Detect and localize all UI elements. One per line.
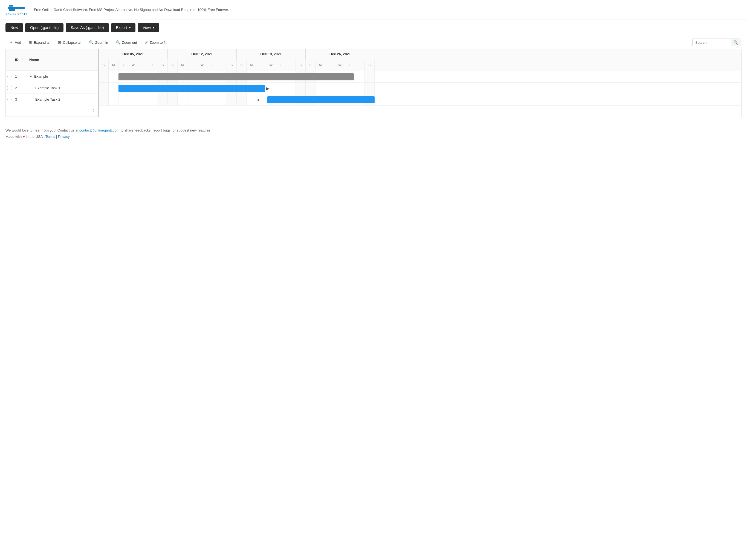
day-slot bbox=[365, 71, 375, 82]
view-button[interactable]: View ▾ bbox=[138, 23, 159, 32]
gantt-bar-task2[interactable] bbox=[267, 96, 375, 103]
row-id: 1 bbox=[14, 74, 27, 78]
week-cell: Dec 19, 2021 bbox=[237, 49, 306, 59]
dependency-connector-icon: ► bbox=[257, 96, 262, 103]
zoom-out-icon: 🔍 bbox=[116, 40, 121, 45]
gantt-header: Dec 05, 2021 Dec 12, 2021 Dec 19, 2021 D… bbox=[99, 49, 741, 71]
day-header-cell: M bbox=[315, 59, 325, 71]
row-id: 2 bbox=[14, 86, 27, 90]
day-slot bbox=[315, 83, 325, 94]
add-row-dots-icon[interactable]: ⋮ bbox=[91, 108, 96, 114]
day-slot bbox=[217, 94, 227, 105]
gantt-bar-task1[interactable] bbox=[119, 85, 265, 92]
top-header: ONLINE GANTT Free Online Gantt Chart Sof… bbox=[0, 0, 747, 20]
export-caret-icon: ▾ bbox=[129, 26, 130, 29]
search-box: 🔍 bbox=[692, 38, 741, 46]
day-slot bbox=[365, 83, 375, 94]
week-cell: Dec 26, 2021 bbox=[306, 49, 375, 59]
day-header-cell: T bbox=[187, 59, 197, 71]
week-headers: Dec 05, 2021 Dec 12, 2021 Dec 19, 2021 D… bbox=[99, 49, 741, 59]
gantt-empty-row bbox=[99, 106, 741, 117]
search-button[interactable]: 🔍 bbox=[731, 39, 740, 46]
terms-link[interactable]: Terms bbox=[46, 135, 55, 139]
zoom-in-icon: 🔍 bbox=[89, 40, 94, 45]
row-name: Example Task 1 bbox=[27, 86, 98, 90]
expand-all-button[interactable]: ⊞ Expand all bbox=[25, 38, 54, 46]
day-slot bbox=[168, 94, 178, 105]
day-header-cell: F bbox=[148, 59, 158, 71]
add-button[interactable]: ＋ Add bbox=[5, 38, 25, 47]
table-row: ⋮⋮ 3 Example Task 2 bbox=[6, 94, 98, 105]
zoom-fit-icon: ⤢ bbox=[145, 40, 148, 45]
tagline: Free Online Gantt Chart Software. Free M… bbox=[34, 8, 229, 12]
week-cell: Dec 05, 2021 bbox=[99, 49, 168, 59]
day-slot bbox=[306, 83, 315, 94]
collapse-icon: ⊟ bbox=[58, 40, 61, 45]
gantt-chart-row bbox=[99, 71, 741, 83]
main-toolbar: New Open (.gantt file) Save As (.gantt f… bbox=[0, 20, 747, 36]
day-header-cell: S bbox=[168, 59, 178, 71]
day-slot bbox=[237, 94, 247, 105]
zoom-fit-button[interactable]: ⤢ Zoom to fit bbox=[141, 38, 170, 46]
day-slot bbox=[109, 94, 119, 105]
day-slot bbox=[178, 94, 187, 105]
main-container: ＋ Add ⊞ Expand all ⊟ Collapse all 🔍 Zoom… bbox=[0, 36, 747, 117]
row-drag-handle[interactable]: ⋮⋮ bbox=[6, 85, 14, 90]
day-slot bbox=[187, 94, 197, 105]
dependency-arrow-icon: ▶ bbox=[265, 85, 270, 92]
day-header-cell: M bbox=[178, 59, 187, 71]
day-header-cell: S bbox=[365, 59, 375, 71]
day-slot bbox=[99, 71, 109, 82]
day-slot bbox=[335, 83, 345, 94]
svg-rect-1 bbox=[9, 5, 13, 6]
gantt-bar-group[interactable] bbox=[119, 73, 354, 80]
row-drag-handle[interactable]: ⋮⋮ bbox=[6, 74, 14, 79]
expand-arrow-icon[interactable]: ▼ bbox=[29, 75, 32, 78]
id-col-options-icon[interactable]: ⋮ bbox=[20, 57, 24, 62]
collapse-all-button[interactable]: ⊟ Collapse all bbox=[54, 38, 85, 46]
new-button[interactable]: New bbox=[5, 23, 23, 32]
row-id: 3 bbox=[14, 97, 27, 102]
day-slot bbox=[99, 94, 109, 105]
day-header-cell: W bbox=[128, 59, 138, 71]
search-input[interactable] bbox=[693, 39, 731, 46]
day-header-cell: F bbox=[355, 59, 365, 71]
empty-space bbox=[6, 117, 98, 117]
open-button[interactable]: Open (.gantt file) bbox=[25, 23, 63, 32]
contact-email-link[interactable]: contact@onlinegantt.com bbox=[79, 128, 120, 132]
day-headers: SMTWTFSSMTWTFSSMTWTFSSMTWTFS bbox=[99, 59, 741, 71]
day-header-cell: M bbox=[109, 59, 119, 71]
name-col-header: Name bbox=[27, 58, 98, 62]
day-slot bbox=[119, 94, 128, 105]
logo-area: ONLINE GANTT bbox=[5, 4, 27, 15]
week-cell: Dec 12, 2021 bbox=[168, 49, 237, 59]
zoom-out-button[interactable]: 🔍 Zoom out bbox=[112, 38, 141, 46]
day-header-cell: F bbox=[286, 59, 296, 71]
view-caret-icon: ▾ bbox=[153, 26, 154, 29]
day-slot bbox=[109, 83, 119, 94]
privacy-link[interactable]: Privacy bbox=[58, 135, 70, 139]
footer: We would love to hear from you! Contact … bbox=[0, 122, 747, 145]
day-slot bbox=[276, 83, 286, 94]
day-header-cell: M bbox=[247, 59, 256, 71]
row-drag-handle[interactable]: ⋮⋮ bbox=[6, 97, 14, 102]
gantt-chart-rows: ▶► bbox=[99, 71, 741, 117]
day-slot bbox=[109, 71, 119, 82]
day-header-cell: T bbox=[207, 59, 217, 71]
save-button[interactable]: Save As (.gantt file) bbox=[66, 23, 109, 32]
day-header-cell: T bbox=[256, 59, 266, 71]
gantt-wrapper: ID ⋮ Name ⋮⋮ 1 ▼ Example ⋮⋮ 2 bbox=[5, 49, 742, 117]
day-header-cell: T bbox=[276, 59, 286, 71]
day-header-cell: S bbox=[99, 59, 109, 71]
day-header-cell: F bbox=[217, 59, 227, 71]
empty-row: ⋮ bbox=[6, 105, 98, 117]
column-headers: ID ⋮ Name bbox=[6, 49, 98, 71]
table-row: ⋮⋮ 2 Example Task 1 bbox=[6, 82, 98, 94]
expand-icon: ⊞ bbox=[29, 40, 32, 45]
table-row: ⋮⋮ 1 ▼ Example bbox=[6, 71, 98, 82]
zoom-in-button[interactable]: 🔍 Zoom in bbox=[85, 38, 112, 46]
day-slot bbox=[138, 94, 148, 105]
day-header-cell: T bbox=[138, 59, 148, 71]
export-button[interactable]: Export ▾ bbox=[111, 23, 135, 32]
day-slot bbox=[227, 94, 237, 105]
